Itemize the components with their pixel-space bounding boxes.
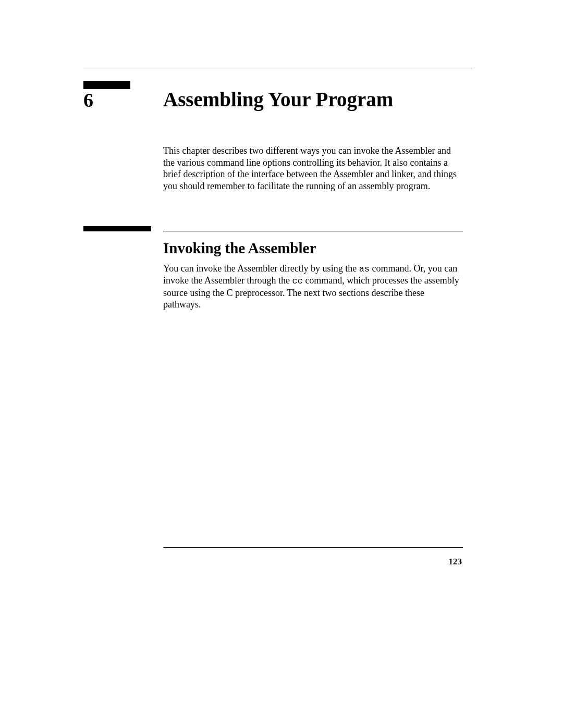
chapter-intro-text: This chapter describes two different way… xyxy=(163,145,462,192)
bottom-horizontal-rule xyxy=(163,547,463,548)
command-as: as xyxy=(359,264,370,274)
section-horizontal-rule xyxy=(163,231,463,231)
page-number: 123 xyxy=(449,557,462,567)
section-text-part-1: You can invoke the Assembler directly by… xyxy=(163,263,359,274)
chapter-heading-bar xyxy=(83,81,130,89)
section-heading-bar xyxy=(83,226,151,231)
chapter-number: 6 xyxy=(83,89,93,112)
command-cc: cc xyxy=(292,276,302,286)
section-body-text: You can invoke the Assembler directly by… xyxy=(163,263,463,311)
section-title: Invoking the Assembler xyxy=(163,240,316,257)
top-horizontal-rule xyxy=(83,68,474,68)
document-page: 6 Assembling Your Program This chapter d… xyxy=(83,0,474,728)
chapter-title: Assembling Your Program xyxy=(163,88,393,111)
